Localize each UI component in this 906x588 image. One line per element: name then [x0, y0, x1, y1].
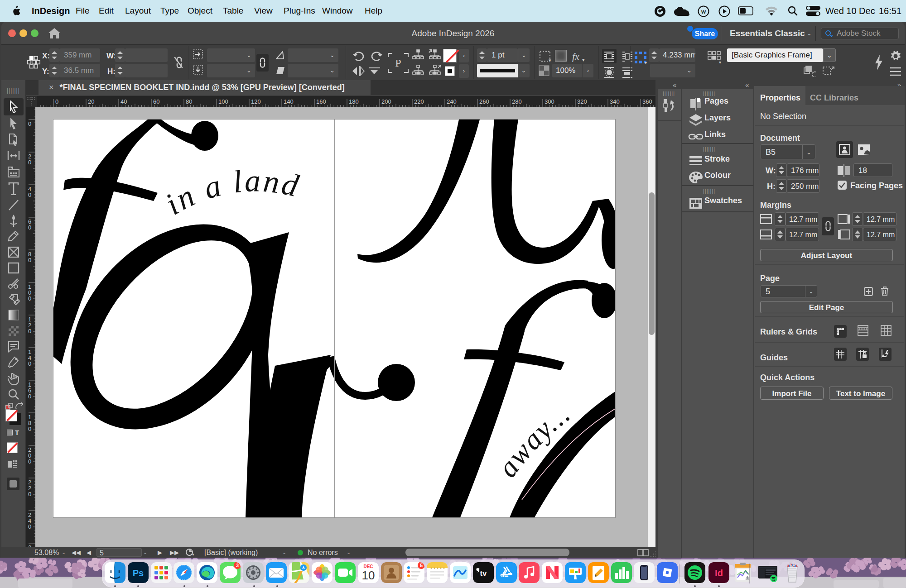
svg-text:0: 0	[28, 159, 31, 166]
svg-text:20: 20	[88, 98, 94, 105]
svg-text:▾: ▾	[192, 552, 194, 556]
svg-text:160: 160	[316, 98, 326, 105]
svg-text:0: 0	[28, 295, 31, 302]
svg-text:180: 180	[349, 98, 359, 105]
svg-text:▾: ▾	[582, 57, 585, 62]
svg-text:360: 360	[642, 98, 652, 105]
svg-text:60: 60	[153, 98, 159, 105]
svg-text:240: 240	[447, 98, 457, 105]
svg-text:▾: ▾	[719, 60, 721, 64]
svg-text:0: 0	[28, 328, 31, 335]
svg-text:200: 200	[381, 98, 391, 105]
svg-text:0: 0	[28, 523, 31, 530]
svg-text:320: 320	[577, 98, 587, 105]
svg-text:▾: ▾	[549, 57, 551, 62]
svg-text:P: P	[395, 57, 401, 69]
svg-text:0: 0	[28, 458, 31, 465]
svg-text:!: !	[747, 576, 748, 579]
svg-text:tv: tv	[480, 569, 487, 578]
svg-text:in a land: in a land	[159, 163, 303, 222]
svg-text:220: 220	[414, 98, 424, 105]
svg-text:260: 260	[479, 98, 489, 105]
svg-text:0: 0	[28, 393, 31, 400]
svg-text:0: 0	[28, 491, 31, 497]
svg-text:0: 0	[28, 224, 31, 231]
svg-text:5: 5	[420, 563, 423, 568]
svg-text:340: 340	[610, 98, 620, 105]
svg-text:0: 0	[28, 120, 31, 127]
svg-text:0: 0	[28, 425, 31, 432]
svg-text:120: 120	[251, 98, 261, 105]
svg-text:140: 140	[284, 98, 294, 105]
svg-text:w: w	[701, 8, 706, 15]
svg-text:▾: ▾	[645, 60, 647, 64]
svg-text:10: 10	[362, 569, 375, 582]
svg-text:0: 0	[28, 360, 31, 367]
svg-text:fx: fx	[572, 51, 579, 62]
svg-text:0: 0	[28, 191, 31, 198]
svg-text:300: 300	[545, 98, 554, 105]
svg-text:280: 280	[512, 98, 522, 105]
svg-text:40: 40	[120, 98, 127, 105]
svg-text:100: 100	[218, 98, 228, 105]
svg-text:0: 0	[55, 98, 58, 105]
svg-text:2: 2	[28, 544, 31, 547]
svg-text:0: 0	[28, 257, 31, 263]
svg-text:Ps: Ps	[133, 568, 144, 578]
svg-text:3: 3	[236, 563, 239, 568]
svg-text:80: 80	[186, 98, 192, 105]
svg-text:Id: Id	[715, 568, 723, 578]
